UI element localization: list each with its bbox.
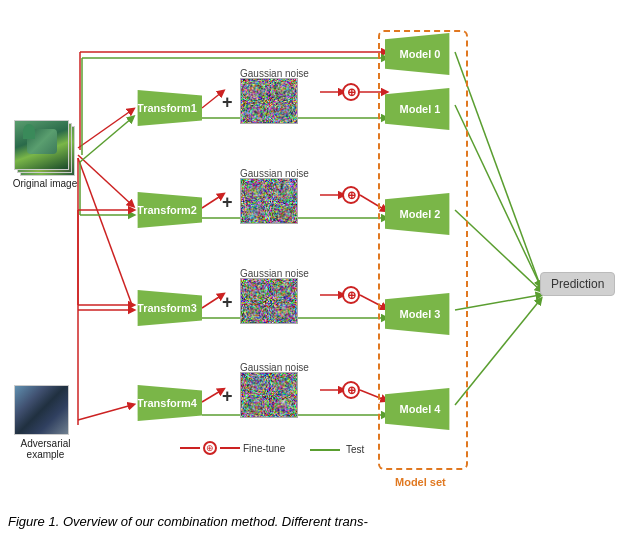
model-set-label: Model set xyxy=(395,476,446,488)
svg-line-13 xyxy=(202,195,222,208)
finetune-circle-4: ⊕ xyxy=(342,381,360,399)
caption: Figure 1. Overview of our combination me… xyxy=(0,510,640,555)
plus-3: + xyxy=(222,292,233,313)
finetune-circle-1: ⊕ xyxy=(342,83,360,101)
plus-1: + xyxy=(222,92,233,113)
plus-4: + xyxy=(222,386,233,407)
svg-line-1 xyxy=(78,155,132,205)
svg-line-21 xyxy=(202,390,222,402)
noise-box-4 xyxy=(240,372,298,418)
svg-line-5 xyxy=(78,405,132,420)
model0-block: Model 0 xyxy=(385,33,455,75)
model3-block: Model 3 xyxy=(385,293,455,335)
noise-box-1 xyxy=(240,78,298,124)
model2-block: Model 2 xyxy=(385,193,455,235)
transform2-block: Transform2 xyxy=(132,192,202,228)
legend-test: Test xyxy=(310,444,364,455)
finetune-circle-2: ⊕ xyxy=(342,186,360,204)
arrows-layer xyxy=(0,0,640,510)
svg-line-0 xyxy=(78,110,132,148)
svg-line-9 xyxy=(202,92,222,108)
transform1-block: Transform1 xyxy=(132,90,202,126)
model1-block: Model 1 xyxy=(385,88,455,130)
noise-box-2 xyxy=(240,178,298,224)
diagram-container: Original image Adversarial example Trans… xyxy=(0,0,640,510)
plus-2: + xyxy=(222,192,233,213)
svg-line-6 xyxy=(80,118,132,162)
svg-line-2 xyxy=(78,158,132,305)
transform4-block: Transform4 xyxy=(132,385,202,421)
adversarial-image xyxy=(14,385,69,435)
model4-block: Model 4 xyxy=(385,388,455,430)
noise-box-3 xyxy=(240,278,298,324)
transform3-block: Transform3 xyxy=(132,290,202,326)
legend-finetune: ⊕ Fine-tune xyxy=(180,441,285,455)
finetune-circle-3: ⊕ xyxy=(342,286,360,304)
adversarial-label: Adversarial example xyxy=(8,438,83,460)
prediction-box: Prediction xyxy=(540,272,615,296)
original-image-label: Original image xyxy=(10,178,80,189)
svg-line-17 xyxy=(202,295,222,308)
